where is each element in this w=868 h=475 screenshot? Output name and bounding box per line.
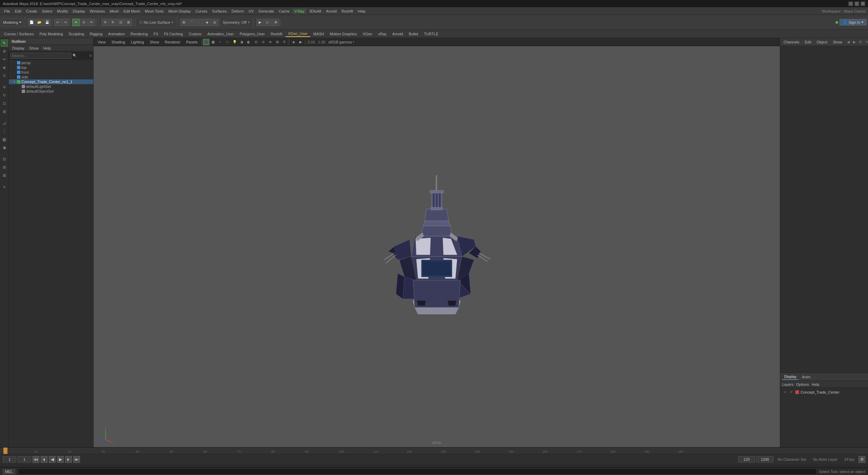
menu-reshift[interactable]: Reshift [339,8,355,14]
menu-help[interactable]: Help [356,8,368,14]
tool15-icon[interactable]: ⊞ [1,164,8,171]
tab-xgen[interactable]: XGen [360,31,375,37]
symmetry-arrow[interactable]: ▾ [248,20,250,24]
maximize-button[interactable]: □ [854,1,859,6]
tab-reshift[interactable]: Reshift [268,31,285,37]
channels-btn[interactable]: Channels [782,39,801,45]
end-frame-input[interactable] [738,456,755,462]
render-btn[interactable]: ▶ [256,19,264,26]
save-file-btn[interactable]: 💾 [43,19,51,26]
live-surface-arrow[interactable]: ▾ [172,20,173,24]
tab-fx[interactable]: FX [151,31,161,37]
vp-wireframe-icon[interactable]: ▦ [210,39,217,45]
vp-motion-blur-icon[interactable]: ≋ [267,39,274,45]
menu-cache[interactable]: Cache [277,8,292,14]
snap-grid-btn[interactable]: ⊞ [180,19,188,26]
outliner-item[interactable]: ▼ Concept_Trade_Center_nc1_1 [9,79,93,84]
menu-uv[interactable]: UV [246,8,256,14]
show-btn[interactable]: Show [831,39,844,45]
vp-dof-icon[interactable]: ⊙ [260,39,267,45]
menu-deform[interactable]: Deform [230,8,246,14]
playback-settings-btn[interactable]: ⚙ [859,456,865,463]
tool8-icon[interactable]: ⊡ [1,100,8,107]
vp-shadow-icon[interactable]: ◑ [238,39,245,45]
mode-dropdown[interactable]: Modeling ▾ [1,19,23,26]
select-tool-icon[interactable]: ↖ [1,39,8,47]
outliner-menu-help[interactable]: Help [41,45,53,51]
help-item[interactable]: Help [812,382,820,386]
vp-grid-icon[interactable]: # [281,39,288,45]
vp-cam-icon[interactable]: 🎥 [203,39,210,45]
start-frame-input[interactable] [18,456,31,462]
menu-select[interactable]: Select [40,8,55,14]
vp-isolate-icon[interactable]: ◈ [290,39,297,45]
rp-expand-icon[interactable]: ▶ [852,39,857,45]
layer-v-indicator[interactable]: V [783,390,788,395]
command-input[interactable] [18,469,816,475]
tab-vray[interactable]: vRay [375,31,389,37]
tab-mash[interactable]: MASH [311,31,327,37]
menu-mesh-display[interactable]: Mesh Display [166,8,193,14]
step-back-btn[interactable]: ⏴ [41,456,47,463]
vp-playback-icon[interactable]: ▶ [297,39,304,45]
menu-curves[interactable]: Curves [194,8,210,14]
tab-turtle[interactable]: TURTLE [421,31,441,37]
select-btn[interactable]: ✦ [72,19,80,26]
jump-end-btn[interactable]: ⏭ [73,456,80,463]
rotate-btn[interactable]: ↻ [109,19,117,26]
vp-hud-icon[interactable]: ⊞ [274,39,281,45]
outliner-item[interactable]: front [9,70,93,75]
tab-poly-modeling[interactable]: Poly Modeling [37,31,65,37]
outliner-item[interactable]: side [9,75,93,79]
tool13-icon[interactable]: ◉ [1,144,8,151]
layer-item[interactable]: V P Concept_Trade_Center [780,389,868,395]
universal-manip-btn[interactable]: ⊞ [125,19,132,26]
menu-mesh[interactable]: Mesh [107,8,121,14]
outliner-item[interactable]: defaultLightSet [9,84,93,89]
tool16-icon[interactable]: ⊠ [1,172,8,179]
outliner-item[interactable]: defaultObjectSet [9,89,93,94]
tool5-icon[interactable]: ⊙ [1,72,8,79]
vp-menu-show[interactable]: Show [147,39,162,45]
anim-tab[interactable]: Anim [800,374,812,380]
display-tab[interactable]: Display [782,374,798,380]
outliner-item[interactable]: top [9,65,93,70]
playhead[interactable] [3,448,7,454]
menu-surfaces[interactable]: Surfaces [210,8,229,14]
tool4-icon[interactable]: ◈ [1,64,8,71]
tab-rigging[interactable]: Rigging [87,31,105,37]
menu-edit-mesh[interactable]: Edit Mesh [121,8,142,14]
rp-collapse-icon[interactable]: ◀ [846,39,851,45]
mel-tab[interactable]: MEL [3,469,15,474]
rp-close-icon[interactable]: ✕ [864,39,868,45]
undo-btn[interactable]: ↩ [54,19,61,26]
vp-menu-panels[interactable]: Panels [183,39,200,45]
viewport-canvas[interactable]: Y X Z persp [94,46,780,447]
vp-menu-lighting[interactable]: Lighting [128,39,147,45]
menu-display[interactable]: Display [71,8,87,14]
play-back-btn[interactable]: ◀ [49,456,56,463]
tab-bullet[interactable]: Bullet [406,31,421,37]
vp-menu-renderer[interactable]: Renderer [162,39,183,45]
menu-generate[interactable]: Generate [256,8,276,14]
vp-texture-icon[interactable]: □ [224,39,231,45]
menu-create[interactable]: Create [24,8,39,14]
close-button[interactable]: ✕ [861,1,865,6]
tool10-icon[interactable]: ⊿ [1,119,8,127]
scale-btn[interactable]: ⊡ [117,19,124,26]
snap-point-btn[interactable]: · [196,19,203,26]
tab-sculpting[interactable]: Sculpting [66,31,87,37]
tab-rendering[interactable]: Rendering [128,31,151,37]
timeline-ruler[interactable]: 1102030405060708090100110120130140150160… [0,448,868,454]
tool12-icon[interactable]: ▦ [1,136,8,143]
tool11-icon[interactable]: ⋮ [1,128,8,135]
play-forward-btn[interactable]: ▶ [57,456,64,463]
snap-surface-btn[interactable]: ◈ [203,19,211,26]
rp-settings-icon[interactable]: ⚙ [858,39,863,45]
tab-polygons-user[interactable]: Polygons_User [237,31,268,37]
window-controls[interactable]: ─ □ ✕ [848,1,865,6]
current-frame-input[interactable] [3,456,16,462]
step-forward-btn[interactable]: ⏵ [65,456,72,463]
menu-file[interactable]: File [2,8,12,14]
menu-edit[interactable]: Edit [13,8,23,14]
